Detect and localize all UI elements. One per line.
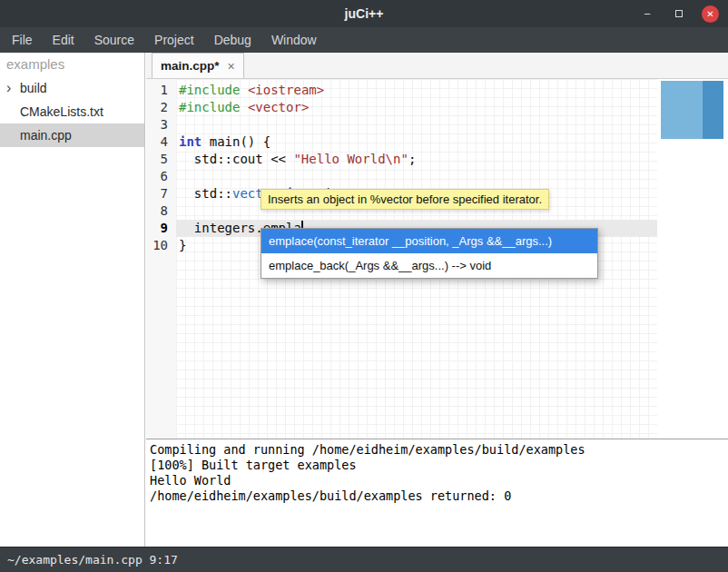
code-line: [176, 116, 657, 133]
line-number: 8: [146, 202, 176, 220]
minimize-button[interactable]: −: [638, 5, 656, 23]
menu-item-debug[interactable]: Debug: [204, 28, 261, 52]
doc-tooltip: Inserts an object in %vector before spec…: [261, 189, 549, 210]
chevron-right-icon: ›: [6, 82, 20, 94]
code-line: std::cout << "Hello World\n";: [176, 151, 657, 168]
line-number: 4: [146, 133, 176, 151]
sidebar-header: examples: [0, 53, 144, 76]
tab-label: main.cpp*: [161, 59, 220, 73]
line-number: 7: [146, 185, 176, 202]
tree-item-build[interactable]: ›build: [0, 76, 144, 100]
menu-item-edit[interactable]: Edit: [43, 28, 84, 52]
code-token: ;: [408, 152, 416, 166]
tree-item-label: CMakeLists.txt: [20, 104, 103, 119]
scrollbar-track: [661, 81, 703, 139]
tree-item-main-cpp[interactable]: main.cpp: [0, 123, 144, 147]
autocomplete-item[interactable]: emplace_back(_Args &&__args...) --> void: [261, 253, 597, 278]
code-token: <vector>: [248, 100, 309, 114]
code-line: #include <iostream>: [176, 82, 657, 99]
close-button[interactable]: ✕: [702, 5, 719, 23]
terminal-line: Compiling and running /home/eidheim/exam…: [150, 442, 724, 458]
autocomplete-item[interactable]: emplace(const_iterator __position, _Args…: [261, 229, 597, 253]
line-number: 3: [146, 116, 176, 133]
menu-item-project[interactable]: Project: [144, 28, 204, 52]
file-tree: ›buildCMakeLists.txtmain.cpp: [0, 76, 144, 147]
code-line: int main() {: [176, 133, 657, 151]
tab-bar: main.cpp* ×: [146, 53, 728, 79]
code-token: std::cout <<: [179, 152, 293, 166]
window-title: juCi++: [0, 6, 728, 21]
code-token: <iostream>: [248, 83, 324, 97]
tree-item-label: build: [20, 81, 47, 95]
terminal-line: Hello World: [150, 473, 724, 488]
code-token: std::: [179, 186, 232, 201]
terminal-output: Compiling and running /home/eidheim/exam…: [150, 442, 724, 504]
line-number: 2: [146, 99, 176, 116]
main-area: main.cpp* × 12345678910 #include <iostre…: [146, 53, 728, 547]
terminal-line: /home/eidheim/examples/build/examples re…: [150, 488, 724, 504]
scrollbar-overview[interactable]: [661, 81, 723, 139]
code-token: [240, 100, 247, 114]
menu-item-file[interactable]: File: [2, 28, 43, 52]
maximize-button[interactable]: [670, 5, 688, 23]
sidebar: examples ›buildCMakeLists.txtmain.cpp: [0, 53, 145, 547]
scrollbar-thumb[interactable]: [703, 81, 723, 139]
code-token: int: [179, 134, 202, 149]
code-token: #include: [179, 100, 240, 114]
tree-item-cmakelists-txt[interactable]: CMakeLists.txt: [0, 100, 144, 123]
code-line: #include <vector>: [176, 99, 657, 116]
code-token: }: [179, 238, 186, 252]
minimize-icon: −: [644, 7, 651, 21]
terminal-panel[interactable]: Compiling and running /home/eidheim/exam…: [146, 439, 728, 547]
code-token: "Hello World\n": [293, 152, 408, 166]
title-bar: juCi++ − ✕: [0, 0, 728, 27]
code-token: main() {: [202, 134, 271, 149]
menu-item-source[interactable]: Source: [84, 28, 144, 52]
line-number: 10: [146, 237, 176, 254]
line-number: 6: [146, 168, 176, 185]
tab-main-cpp[interactable]: main.cpp* ×: [152, 53, 244, 78]
code-token: [240, 83, 247, 97]
status-bar: ~/examples/main.cpp 9:17: [0, 547, 728, 572]
autocomplete-popup: emplace(const_iterator __position, _Args…: [261, 228, 598, 279]
code-token: #include: [179, 83, 240, 97]
tree-item-label: main.cpp: [20, 128, 72, 143]
status-text: ~/examples/main.cpp 9:17: [7, 553, 178, 567]
terminal-line: [100%] Built target examples: [150, 458, 724, 473]
gutter: 12345678910: [146, 79, 176, 439]
app-window: juCi++ − ✕ FileEditSourceProjectDebugWin…: [0, 0, 728, 572]
tab-close-icon[interactable]: ×: [228, 59, 235, 74]
close-icon: ✕: [706, 9, 713, 19]
line-number: 9: [146, 220, 176, 237]
window-controls: − ✕: [638, 0, 719, 27]
line-number: 5: [146, 151, 176, 168]
code-line: [176, 168, 657, 185]
maximize-icon: [675, 10, 683, 17]
menu-bar: FileEditSourceProjectDebugWindow: [0, 27, 728, 53]
menu-item-window[interactable]: Window: [261, 28, 327, 52]
line-number: 1: [146, 82, 176, 99]
